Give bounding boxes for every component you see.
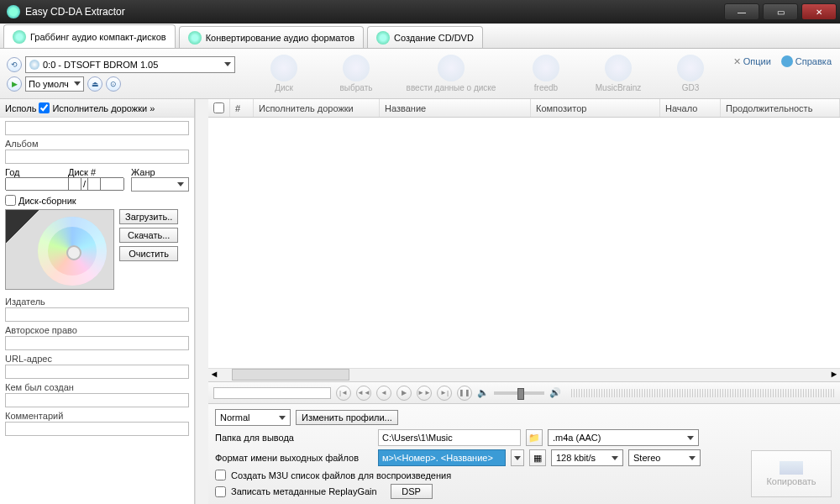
close-button[interactable]: ✕: [801, 3, 837, 20]
encoded-input[interactable]: [5, 393, 189, 407]
chevron-down-icon: [514, 456, 521, 460]
m3u-label: Создать M3U список файлов для воспроизве…: [231, 470, 451, 480]
options-link[interactable]: ✕Опции: [733, 56, 771, 67]
col-composer[interactable]: Композитор: [531, 99, 660, 117]
filename-fmt-value: м>\<Номер>. <Название>: [382, 453, 493, 463]
freedb-button[interactable]: freedb: [514, 55, 578, 92]
profile-combo[interactable]: Normal: [215, 409, 291, 426]
disc-icon: [270, 55, 297, 81]
minimize-button[interactable]: —: [724, 3, 759, 20]
btn-label: MusicBrainz: [596, 83, 641, 92]
browse-folder-button[interactable]: 📁: [526, 429, 543, 446]
track-artist-check[interactable]: [39, 102, 50, 113]
fmt-edit-button[interactable]: ▦: [529, 449, 546, 466]
col-start[interactable]: Начало: [660, 99, 721, 117]
app-icon: [7, 5, 20, 18]
play-button[interactable]: ▶: [396, 386, 412, 401]
fwd-button[interactable]: ►►: [417, 386, 432, 401]
h-scrollbar[interactable]: ◄►: [208, 368, 840, 381]
artist-input[interactable]: [5, 121, 189, 135]
drive-select[interactable]: 0:0 - DTSOFT BDROM 1.05: [25, 56, 235, 73]
change-profiles-button[interactable]: Изменить профили...: [296, 410, 398, 425]
prev-track-button[interactable]: |◄: [336, 386, 351, 401]
close-tray-button[interactable]: ⊙: [106, 76, 121, 92]
album-label: Альбом: [5, 139, 189, 149]
url-input[interactable]: [5, 365, 189, 379]
select-icon: [343, 55, 370, 81]
channels-value: Stereo: [633, 453, 660, 463]
disc-button[interactable]: Диск: [252, 55, 316, 92]
disc-input[interactable]: [68, 177, 81, 191]
back-button[interactable]: ◄: [376, 386, 391, 401]
btn-label: ввести данные о диске: [407, 83, 496, 92]
channels-select[interactable]: Stereo: [628, 449, 701, 466]
col-duration[interactable]: Продолжительность: [721, 99, 840, 117]
album-input[interactable]: [5, 150, 189, 164]
volume-icon: 🔊: [549, 387, 561, 398]
track-artist-hdr: Исполнитель дорожки »: [52, 103, 155, 113]
disc-icon: [376, 31, 390, 45]
tab-convert[interactable]: Конвертирование аудио форматов: [179, 26, 364, 48]
pause-button[interactable]: ❚❚: [457, 386, 472, 401]
enter-data-button[interactable]: ввести данные о диске: [396, 55, 506, 92]
publisher-label: Издатель: [5, 297, 189, 307]
musicbrainz-icon: [605, 55, 632, 81]
chevron-down-icon: [74, 81, 81, 86]
col-num[interactable]: #: [230, 99, 254, 117]
url-label: URL-адрес: [5, 354, 189, 364]
progress-bar[interactable]: [213, 387, 331, 399]
copy-label: Копировать: [766, 476, 816, 486]
titlebar: Easy CD-DA Extractor — ▭ ✕: [0, 0, 840, 24]
select-all-check[interactable]: [213, 102, 224, 113]
next-track-button[interactable]: ►|: [437, 386, 452, 401]
copyright-label: Авторское право: [5, 325, 189, 335]
filename-format-input[interactable]: м>\<Номер>. <Название>: [378, 449, 506, 466]
help-link[interactable]: Справка: [781, 55, 832, 67]
genre-label: Жанр: [131, 167, 155, 177]
disc-total-input[interactable]: [87, 177, 101, 191]
eject-button[interactable]: ⏏: [87, 76, 102, 92]
select-button[interactable]: выбрать: [324, 55, 388, 92]
track-list[interactable]: [208, 118, 840, 368]
toolbar: ⟲ 0:0 - DTSOFT BDROM 1.05 ▶ По умолч ⏏ ⊙…: [0, 49, 840, 99]
replaygain-check[interactable]: [215, 486, 226, 497]
output-folder-label: Папка для вывода: [215, 433, 373, 443]
fmt-dropdown[interactable]: [511, 449, 524, 466]
chevron-down-icon: [177, 182, 184, 186]
download-art-button[interactable]: Скачать...: [119, 228, 178, 243]
mute-icon[interactable]: 🔈: [477, 387, 489, 398]
refresh-button[interactable]: ⟲: [7, 57, 22, 72]
genre-select[interactable]: [131, 177, 189, 192]
musicbrainz-button[interactable]: MusicBrainz: [586, 55, 650, 92]
replaygain-label: Записать метаданные ReplayGain: [231, 486, 377, 496]
gd3-button[interactable]: GD3: [659, 55, 722, 92]
play-button[interactable]: ▶: [7, 76, 22, 92]
maximize-button[interactable]: ▭: [763, 3, 798, 20]
load-art-button[interactable]: Загрузить..: [119, 209, 178, 224]
clear-art-button[interactable]: Очистить: [119, 246, 178, 261]
col-title[interactable]: Название: [380, 99, 531, 117]
output-folder-input[interactable]: C:\Users\1\Music: [378, 429, 521, 446]
rewind-button[interactable]: ◄◄: [356, 386, 371, 401]
chevron-down-icon: [689, 456, 696, 460]
format-select[interactable]: .m4a (AAC): [548, 429, 699, 446]
col-artist[interactable]: Исполнитель дорожки: [254, 99, 380, 117]
left-scrollbar[interactable]: [195, 99, 208, 504]
compilation-check[interactable]: [5, 195, 16, 206]
track-list-panel: # Исполнитель дорожки Название Композито…: [208, 99, 840, 504]
album-art[interactable]: [5, 209, 114, 290]
help-icon: [781, 55, 793, 67]
dsp-button[interactable]: DSP: [391, 484, 433, 499]
publisher-input[interactable]: [5, 307, 189, 322]
bitrate-select[interactable]: 128 kbit/s: [551, 449, 623, 466]
tab-label: Граббинг аудио компакт-дисков: [30, 32, 166, 42]
tab-create[interactable]: Создание CD/DVD: [367, 26, 483, 48]
chevron-down-icon: [279, 416, 286, 420]
comment-input[interactable]: [5, 422, 189, 436]
profile-select[interactable]: По умолч: [25, 76, 84, 92]
copyright-input[interactable]: [5, 336, 189, 350]
tab-grabbing[interactable]: Граббинг аудио компакт-дисков: [3, 24, 176, 48]
volume-slider[interactable]: [494, 391, 544, 395]
copy-button[interactable]: Копировать: [751, 450, 832, 497]
m3u-check[interactable]: [215, 470, 226, 480]
